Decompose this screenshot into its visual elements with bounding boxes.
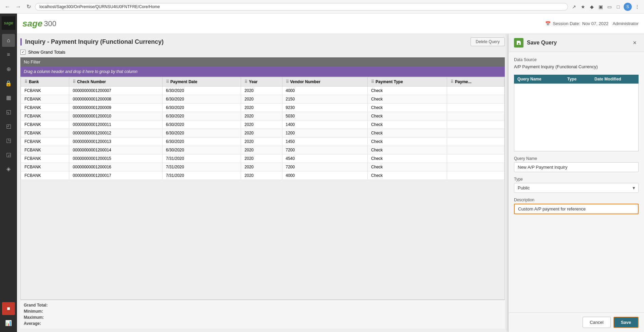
query-name-group: Query Name [514, 156, 639, 172]
table-row[interactable]: FCBANK000000000012000177/31/202020204000… [21, 171, 504, 180]
table-row[interactable]: FCBANK000000000012000157/31/202020204540… [21, 154, 504, 163]
grand-total-label: Grand Total: [24, 303, 51, 308]
table-cell: Check [368, 95, 447, 104]
col-bank[interactable]: ⠿Bank [21, 77, 69, 87]
data-source-group: Data Source A/P Payment Inquiry (Functio… [514, 57, 639, 70]
profile-icon[interactable]: S [624, 3, 632, 11]
sidebar-item-gl[interactable]: ▦ [2, 91, 15, 104]
filter-text: No Filter [24, 59, 40, 64]
menu-icon[interactable]: ⋮ [634, 3, 641, 10]
data-table-wrapper[interactable]: ⠿Bank ⠿Check Number ⠿Payment Date ⠿Year … [20, 77, 505, 300]
app-wrapper: sage ⌂ ≡ ⊕ 🔒 ▦ ◱ ◰ ◳ ◲ ◈ ■ 📊 sage 300 📅 … [0, 14, 644, 332]
extension-icon[interactable]: ◆ [588, 3, 595, 10]
table-row[interactable]: FCBANK000000000012000106/30/202020205030… [21, 112, 504, 121]
window-icon[interactable]: □ [615, 3, 622, 10]
col-payment-type[interactable]: ⠿Payment Type [368, 77, 447, 87]
sidebar-item-home[interactable]: ⌂ [2, 34, 15, 47]
show-totals-checkbox[interactable] [20, 50, 25, 55]
sidebar-item-chart[interactable]: 📊 [2, 316, 15, 329]
table-row[interactable]: FCBANK000000000012000126/30/202020201200… [21, 129, 504, 137]
table-cell: 1400 [282, 121, 368, 129]
panel-footer: Cancel Save [509, 312, 644, 332]
tab-icon[interactable]: ▭ [606, 3, 613, 10]
maximum-row: Maximum: [24, 314, 501, 320]
description-input[interactable] [514, 204, 639, 214]
table-cell [447, 154, 504, 163]
drag-icon: ⠿ [371, 79, 374, 84]
bookmark-icon[interactable]: ▣ [597, 3, 604, 10]
analytics-icon: ◈ [6, 166, 11, 172]
header-right: 📅 Session Date: Nov 07, 2022 Administrat… [545, 21, 639, 26]
table-row[interactable]: FCBANK000000000012000146/30/202020207200… [21, 146, 504, 154]
table-cell: Check [368, 104, 447, 112]
table-cell: 7200 [282, 163, 368, 171]
table-cell: 7/31/2020 [162, 171, 241, 180]
table-cell [447, 163, 504, 171]
refresh-button[interactable]: ↻ [25, 3, 32, 11]
sidebar-item-ar[interactable]: ◱ [2, 105, 15, 118]
data-source-value: A/P Payment Inquiry (Functional Currency… [514, 63, 639, 70]
table-cell: FCBANK [21, 112, 69, 121]
table-cell: 9230 [282, 104, 368, 112]
ar-icon: ◱ [6, 109, 11, 115]
sidebar-item-ap[interactable]: ◰ [2, 119, 15, 132]
sidebar-item-bank[interactable]: 🔒 [2, 77, 15, 90]
table-row[interactable]: FCBANK000000000012000136/30/202020201450… [21, 137, 504, 146]
table-cell: 6/30/2020 [162, 137, 241, 146]
table-cell: 6/30/2020 [162, 87, 241, 95]
panel-header: Save Query × [509, 34, 644, 52]
table-body: FCBANK000000000012000076/30/202020204000… [21, 87, 504, 180]
cancel-button[interactable]: Cancel [583, 317, 610, 328]
drag-icon: ⠿ [24, 79, 27, 84]
col-check-number[interactable]: ⠿Check Number [69, 77, 163, 87]
average-label: Average: [24, 321, 51, 326]
grand-total-row: Grand Total: [24, 302, 501, 308]
table-cell [447, 95, 504, 104]
sidebar-item-inventory[interactable]: ◳ [2, 134, 15, 147]
page-content: Inquiry - Payment Inquiry (Functional Cu… [17, 34, 644, 332]
table-cell [447, 146, 504, 154]
save-button[interactable]: Save [613, 317, 639, 328]
sidebar-item-analytics[interactable]: ◈ [2, 162, 15, 175]
table-row[interactable]: FCBANK000000000012000096/30/202020209230… [21, 104, 504, 112]
table-cell: 2020 [241, 137, 282, 146]
inventory-icon: ◳ [6, 137, 11, 144]
table-cell: FCBANK [21, 146, 69, 154]
date-modified-col-header: Date Modified [594, 77, 635, 81]
table-cell: FCBANK [21, 121, 69, 129]
share-icon[interactable]: ↗ [571, 3, 577, 10]
table-row[interactable]: FCBANK000000000012000076/30/202020204000… [21, 87, 504, 95]
table-cell [447, 112, 504, 121]
star-icon[interactable]: ★ [579, 3, 586, 10]
filter-bar: No Filter [20, 57, 505, 67]
table-cell [447, 129, 504, 137]
sidebar-item-reports[interactable]: ◲ [2, 148, 15, 161]
sidebar-item-alert[interactable]: ■ [2, 302, 15, 315]
type-label: Type [514, 177, 639, 182]
table-cell: 6/30/2020 [162, 121, 241, 129]
delete-query-button[interactable]: Delete Query [471, 37, 505, 46]
show-totals-row: Show Grand Totals [20, 50, 505, 55]
col-vendor-number[interactable]: ⠿Vendor Number [282, 77, 368, 87]
type-select[interactable]: Public Private [514, 183, 639, 193]
query-name-input[interactable] [514, 162, 639, 172]
summary-section: Grand Total: Minimum: Maximum: Average: [20, 300, 505, 329]
table-row[interactable]: FCBANK000000000012000116/30/202020201400… [21, 121, 504, 129]
col-year[interactable]: ⠿Year [241, 77, 282, 87]
table-cell: 2150 [282, 95, 368, 104]
sidebar-item-dashboard[interactable]: ≡ [2, 48, 15, 61]
back-button[interactable]: ← [3, 3, 12, 11]
table-row[interactable]: FCBANK000000000012000086/30/202020202150… [21, 95, 504, 104]
table-cell: Check [368, 163, 447, 171]
close-panel-button[interactable]: × [631, 39, 639, 47]
col-payment[interactable]: ⠿Payme... [447, 77, 504, 87]
col-payment-date[interactable]: ⠿Payment Date [162, 77, 241, 87]
table-cell [447, 87, 504, 95]
table-cell: Check [368, 121, 447, 129]
forward-button[interactable]: → [14, 3, 22, 11]
address-bar[interactable]: localhost/Sage300/OnPremise/QURNSU4tU0FN… [35, 3, 568, 11]
table-cell: FCBANK [21, 129, 69, 137]
minimum-label: Minimum: [24, 309, 51, 314]
sidebar-item-transactions[interactable]: ⊕ [2, 62, 15, 75]
table-row[interactable]: FCBANK000000000012000167/31/202020207200… [21, 163, 504, 171]
